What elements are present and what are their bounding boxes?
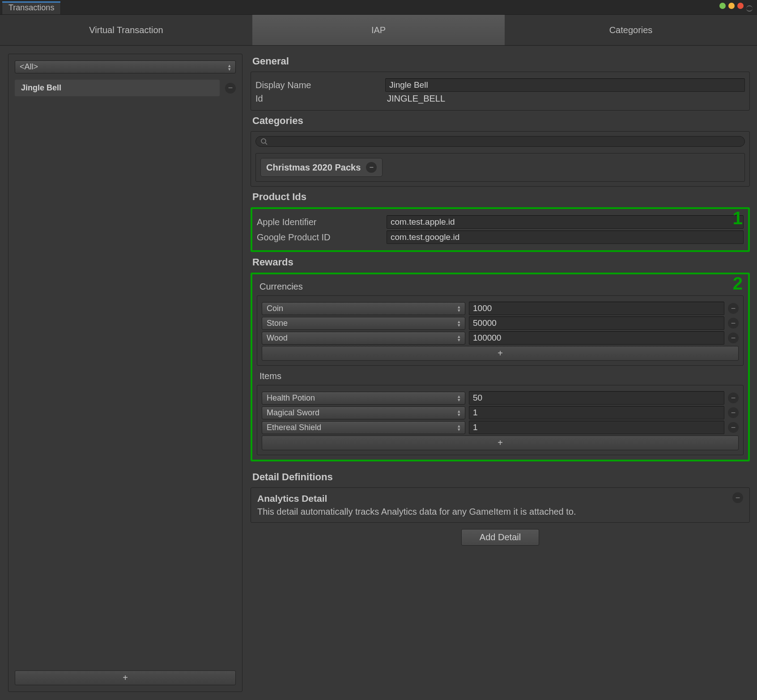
item-value-input[interactable] <box>469 406 724 419</box>
filter-value: <All> <box>20 62 38 72</box>
currency-row: Coin▴▾− <box>262 302 739 315</box>
filter-dropdown[interactable]: <All> ▴▾ <box>15 60 236 73</box>
item-select[interactable]: Health Potion▴▾ <box>262 392 465 405</box>
currency-value-input[interactable] <box>469 316 724 330</box>
id-value: JINGLE_BELL <box>385 94 445 104</box>
apple-id-label: Apple Identifier <box>257 217 387 227</box>
rewards-panel: 2 Currencies Coin▴▾−Stone▴▾−Wood▴▾− + It… <box>251 273 750 461</box>
item-select[interactable]: Magical Sword▴▾ <box>262 406 465 419</box>
chevron-updown-icon: ▴▾ <box>458 305 460 312</box>
analytics-detail-panel: − Analytics Detail This detail automatic… <box>251 487 750 523</box>
category-search-input[interactable] <box>255 136 745 147</box>
minus-icon: − <box>731 304 736 313</box>
minus-icon: − <box>731 423 736 432</box>
tab-iap[interactable]: IAP <box>252 15 505 45</box>
add-currency-button[interactable]: + <box>262 346 739 361</box>
tab-virtual-transaction[interactable]: Virtual Transaction <box>0 15 252 45</box>
product-ids-panel: 1 Apple Identifier Google Product ID <box>251 207 750 252</box>
plus-icon: + <box>123 673 128 683</box>
sidebar-item-label: Jingle Bell <box>21 83 61 92</box>
section-title-general: General <box>252 55 748 67</box>
items-title: Items <box>259 371 744 381</box>
window-tabbar: Transactions <box>0 0 757 14</box>
chevron-updown-icon: ▴▾ <box>458 320 460 327</box>
display-name-label: Display Name <box>255 80 385 90</box>
add-detail-button[interactable]: Add Detail <box>461 529 539 546</box>
display-name-input[interactable] <box>385 78 745 92</box>
remove-item-button[interactable]: − <box>728 393 739 403</box>
remove-tag-button[interactable]: − <box>366 162 377 173</box>
item-row: Ethereal Shield▴▾− <box>262 421 739 434</box>
tab-categories[interactable]: Categories <box>505 15 757 45</box>
maximize-icon[interactable] <box>728 3 735 9</box>
item-row: Health Potion▴▾− <box>262 391 739 405</box>
svg-point-0 <box>261 139 266 143</box>
sidebar: <All> ▴▾ Jingle Bell − + <box>0 46 251 700</box>
chevron-updown-icon: ▴▾ <box>458 394 460 401</box>
chevron-updown-icon: ▴▾ <box>458 334 460 341</box>
tab-label: Categories <box>609 25 653 35</box>
currency-select[interactable]: Stone▴▾ <box>262 317 465 330</box>
currency-select[interactable]: Coin▴▾ <box>262 302 465 315</box>
minus-icon: − <box>731 319 736 328</box>
google-id-input[interactable] <box>387 230 744 244</box>
remove-currency-button[interactable]: − <box>728 333 739 343</box>
add-item-button[interactable]: + <box>15 670 236 685</box>
currency-select-label: Wood <box>267 333 288 343</box>
item-row: Magical Sword▴▾− <box>262 406 739 419</box>
remove-detail-button[interactable]: − <box>732 492 743 503</box>
minus-icon: − <box>731 333 736 343</box>
currencies-panel: Coin▴▾−Stone▴▾−Wood▴▾− + <box>257 295 744 366</box>
chevron-updown-icon: ▴▾ <box>458 409 460 416</box>
minimize-icon[interactable] <box>719 3 726 9</box>
apple-id-input[interactable] <box>387 215 744 229</box>
add-detail-label: Add Detail <box>480 532 521 542</box>
items-panel: Health Potion▴▾−Magical Sword▴▾−Ethereal… <box>257 385 744 455</box>
item-select[interactable]: Ethereal Shield▴▾ <box>262 421 465 434</box>
window-tab-transactions[interactable]: Transactions <box>2 1 61 14</box>
minus-icon: − <box>736 493 740 503</box>
add-item-reward-button[interactable]: + <box>262 435 739 450</box>
analytics-detail-title: Analytics Detail <box>257 493 743 504</box>
item-select-label: Magical Sword <box>267 408 319 418</box>
currency-value-input[interactable] <box>469 302 724 315</box>
sidebar-item-jingle-bell[interactable]: Jingle Bell <box>15 80 220 96</box>
plus-icon: + <box>498 348 503 358</box>
item-select-label: Ethereal Shield <box>267 423 321 432</box>
remove-currency-button[interactable]: − <box>728 303 739 314</box>
search-icon <box>260 138 268 145</box>
google-id-label: Google Product ID <box>257 232 387 243</box>
currencies-title: Currencies <box>259 282 744 292</box>
minus-icon: − <box>731 408 736 418</box>
traffic-lights <box>719 3 753 12</box>
content: General Display Name Id JINGLE_BELL Cate… <box>251 46 757 700</box>
remove-currency-button[interactable]: − <box>728 318 739 329</box>
currency-select[interactable]: Wood▴▾ <box>262 332 465 345</box>
item-value-input[interactable] <box>469 391 724 405</box>
remove-item-button[interactable]: − <box>728 422 739 433</box>
remove-item-button[interactable]: − <box>728 407 739 418</box>
svg-line-1 <box>265 143 267 145</box>
section-title-categories: Categories <box>252 115 748 127</box>
section-tabs: Virtual Transaction IAP Categories <box>0 14 757 46</box>
chevron-updown-icon: ▴▾ <box>228 64 231 71</box>
currency-value-input[interactable] <box>469 331 724 345</box>
plus-icon: + <box>498 438 503 448</box>
tab-label: Virtual Transaction <box>89 25 163 35</box>
close-icon[interactable] <box>737 3 744 9</box>
currency-row: Stone▴▾− <box>262 316 739 330</box>
list-item-row: Jingle Bell − <box>15 80 236 96</box>
remove-item-button[interactable]: − <box>225 83 236 94</box>
currency-select-label: Coin <box>267 304 283 313</box>
minus-icon: − <box>731 393 736 403</box>
category-tag[interactable]: Christmas 2020 Packs − <box>260 158 383 177</box>
general-panel: Display Name Id JINGLE_BELL <box>251 72 750 111</box>
section-title-product-ids: Product Ids <box>252 191 748 203</box>
hamburger-icon[interactable] <box>746 5 753 12</box>
categories-panel: Christmas 2020 Packs − <box>251 131 750 187</box>
currency-row: Wood▴▾− <box>262 331 739 345</box>
item-select-label: Health Potion <box>267 393 315 403</box>
tab-label: IAP <box>371 25 386 35</box>
item-value-input[interactable] <box>469 421 724 434</box>
annotation-marker-2: 2 <box>733 273 743 294</box>
